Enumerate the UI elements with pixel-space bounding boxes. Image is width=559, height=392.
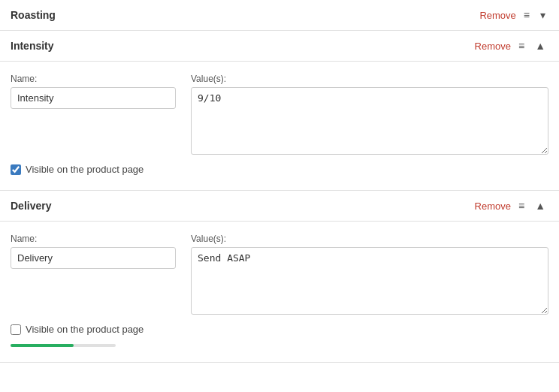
delivery-name-label: Name: [11, 234, 176, 244]
delivery-progress-bar-container [11, 344, 116, 347]
delivery-body: Name: Value(s): Send ASAP Visible on the… [0, 222, 559, 362]
delivery-visible-row: Visible on the product page [11, 324, 548, 335]
delivery-remove-button[interactable]: Remove [475, 201, 511, 212]
intensity-body: Name: Value(s): 9/10 Visible on the prod… [0, 62, 559, 190]
delivery-values-group: Value(s): Send ASAP [191, 234, 548, 315]
intensity-collapse-icon[interactable]: ▲ [532, 38, 548, 53]
intensity-values-group: Value(s): 9/10 [191, 74, 548, 155]
delivery-header: Delivery Remove ≡ ▲ [0, 191, 559, 222]
intensity-section: Intensity Remove ≡ ▲ Name: Value(s): 9/1… [0, 31, 559, 191]
roasting-title: Roasting [11, 9, 56, 21]
intensity-name-input[interactable] [11, 87, 176, 109]
intensity-visible-row: Visible on the product page [11, 164, 548, 175]
intensity-remove-button[interactable]: Remove [475, 41, 511, 52]
delivery-visible-checkbox[interactable] [11, 324, 21, 335]
delivery-progress-bar-fill [11, 344, 74, 347]
intensity-values-label: Value(s): [191, 74, 548, 84]
delivery-collapse-icon[interactable]: ▲ [532, 198, 548, 213]
delivery-fields: Name: Value(s): Send ASAP [11, 234, 548, 315]
intensity-visible-checkbox[interactable] [11, 164, 21, 175]
delivery-visible-label: Visible on the product page [26, 324, 144, 335]
delivery-name-input[interactable] [11, 247, 176, 269]
intensity-name-group: Name: [11, 74, 176, 155]
roasting-actions: Remove ≡ ▾ [479, 8, 548, 23]
delivery-title: Delivery [11, 200, 51, 212]
intensity-title: Intensity [11, 40, 54, 52]
intensity-header: Intensity Remove ≡ ▲ [0, 31, 559, 62]
roasting-menu-icon[interactable]: ≡ [521, 8, 533, 23]
delivery-name-group: Name: [11, 234, 176, 315]
delivery-actions: Remove ≡ ▲ [475, 198, 548, 213]
intensity-menu-icon[interactable]: ≡ [515, 38, 527, 53]
roasting-remove-button[interactable]: Remove [479, 10, 515, 21]
intensity-name-label: Name: [11, 74, 176, 84]
roasting-header: Roasting Remove ≡ ▾ [0, 0, 559, 31]
delivery-values-textarea[interactable]: Send ASAP [191, 247, 548, 315]
intensity-visible-label: Visible on the product page [26, 164, 144, 175]
delivery-values-label: Value(s): [191, 234, 548, 244]
delivery-section: Delivery Remove ≡ ▲ Name: Value(s): Send… [0, 191, 559, 363]
delivery-menu-icon[interactable]: ≡ [515, 198, 527, 213]
roasting-chevron-icon[interactable]: ▾ [537, 8, 548, 23]
intensity-fields: Name: Value(s): 9/10 [11, 74, 548, 155]
intensity-values-textarea[interactable]: 9/10 [191, 87, 548, 155]
intensity-actions: Remove ≡ ▲ [475, 38, 548, 53]
